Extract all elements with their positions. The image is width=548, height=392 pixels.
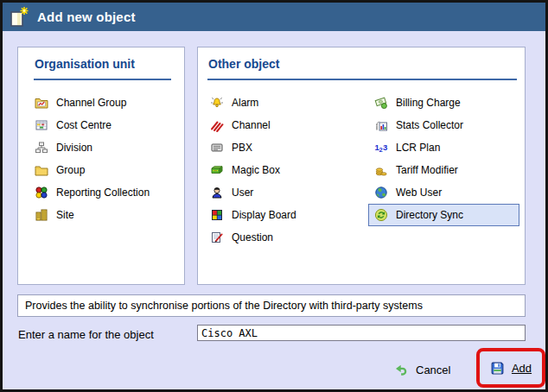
other-object-heading: Other object [208, 57, 279, 71]
list-item-stats-collector[interactable]: Stats Collector [374, 114, 525, 136]
tariff-modifier-icon [374, 163, 388, 177]
division-icon [35, 141, 48, 155]
lcr-plan-icon: 1 2 3 [374, 141, 388, 155]
item-label: Division [56, 142, 92, 154]
list-item-display-board[interactable]: Display Board [210, 204, 369, 226]
magic-box-icon [210, 163, 224, 177]
add-button-highlight: Add [476, 348, 545, 388]
list-item-tariff-modifier[interactable]: Tariff Modifier [374, 159, 525, 181]
add-new-object-dialog: Add new object Organisation unit Channel… [0, 0, 548, 392]
list-item-magic-box[interactable]: Magic Box [210, 159, 369, 181]
other-object-column-2: Billing Charge Stats Collector 1 2 [374, 92, 525, 226]
item-label: Channel [232, 119, 271, 131]
item-label: Reporting Collection [56, 187, 150, 199]
item-label: Magic Box [232, 164, 280, 176]
dialog-title: Add new object [37, 9, 136, 24]
channel-group-icon [35, 96, 48, 110]
svg-text:3: 3 [383, 142, 387, 152]
cancel-label: Cancel [416, 364, 450, 376]
directory-sync-icon [374, 208, 388, 222]
organisation-unit-list: Channel Group Cost Centre [35, 92, 180, 226]
other-object-column-1: Alarm Channel PBX [210, 92, 369, 249]
item-label: User [232, 187, 253, 199]
cancel-button[interactable]: Cancel [393, 359, 450, 380]
list-item-web-user[interactable]: Web User [374, 181, 525, 204]
add-label: Add [512, 362, 532, 375]
other-object-panel: Other object Alarm Channel [197, 47, 526, 285]
group-icon [35, 163, 48, 177]
list-item-group[interactable]: Group [35, 159, 180, 181]
user-icon [210, 186, 224, 199]
list-item-reporting-collection[interactable]: Reporting Collection [35, 181, 180, 204]
list-item-site[interactable]: Site [35, 204, 180, 226]
save-floppy-icon [490, 361, 505, 376]
item-label: Site [56, 209, 74, 221]
list-item-division[interactable]: Division [35, 136, 180, 159]
undo-arrow-icon [393, 363, 408, 377]
list-item-cost-centre[interactable]: Cost Centre [35, 114, 180, 136]
list-item-user[interactable]: User [210, 181, 369, 204]
billing-charge-icon [374, 96, 388, 110]
item-label: Directory Sync [396, 209, 463, 221]
add-button[interactable]: Add [490, 361, 532, 376]
list-item-question[interactable]: Question [210, 226, 369, 249]
list-item-channel[interactable]: Channel [210, 114, 369, 136]
item-label: Cost Centre [56, 119, 112, 131]
channel-icon [210, 118, 224, 132]
pbx-icon [210, 141, 224, 155]
list-item-billing-charge[interactable]: Billing Charge [374, 92, 525, 114]
organisation-unit-heading: Organisation unit [35, 57, 135, 71]
list-item-lcr-plan[interactable]: 1 2 3 LCR Plan [374, 136, 525, 159]
item-label: Stats Collector [396, 119, 463, 131]
list-item-channel-group[interactable]: Channel Group [35, 92, 180, 114]
list-item-pbx[interactable]: PBX [210, 136, 369, 159]
cost-centre-icon [35, 118, 48, 132]
heading-rule [34, 79, 171, 80]
heading-rule [207, 79, 517, 80]
item-label: Tariff Modifier [396, 164, 458, 176]
item-label: Billing Charge [396, 97, 461, 109]
question-icon [210, 231, 224, 244]
item-label: Web User [396, 187, 442, 199]
item-label: PBX [232, 142, 252, 154]
list-item-alarm[interactable]: Alarm [210, 92, 369, 114]
site-icon [35, 208, 48, 222]
title-bar: Add new object [3, 3, 545, 31]
display-board-icon [210, 208, 224, 222]
item-label: Group [56, 164, 85, 176]
alarm-icon [210, 96, 224, 110]
item-label: Display Board [232, 209, 296, 221]
object-description: Provides the ability to synchronise port… [17, 294, 526, 317]
stats-collector-icon [374, 118, 388, 132]
organisation-unit-panel: Organisation unit Channel Group [17, 47, 185, 285]
item-label: Alarm [232, 97, 258, 109]
item-label: LCR Plan [396, 142, 440, 154]
object-name-input[interactable] [197, 325, 526, 341]
object-name-label: Enter a name for the object [18, 328, 154, 341]
web-user-icon [374, 186, 388, 199]
new-document-icon [9, 6, 29, 28]
list-item-directory-sync[interactable]: Directory Sync [368, 204, 519, 226]
reporting-collection-icon [35, 186, 48, 199]
item-label: Channel Group [56, 97, 126, 109]
item-label: Question [232, 231, 273, 243]
